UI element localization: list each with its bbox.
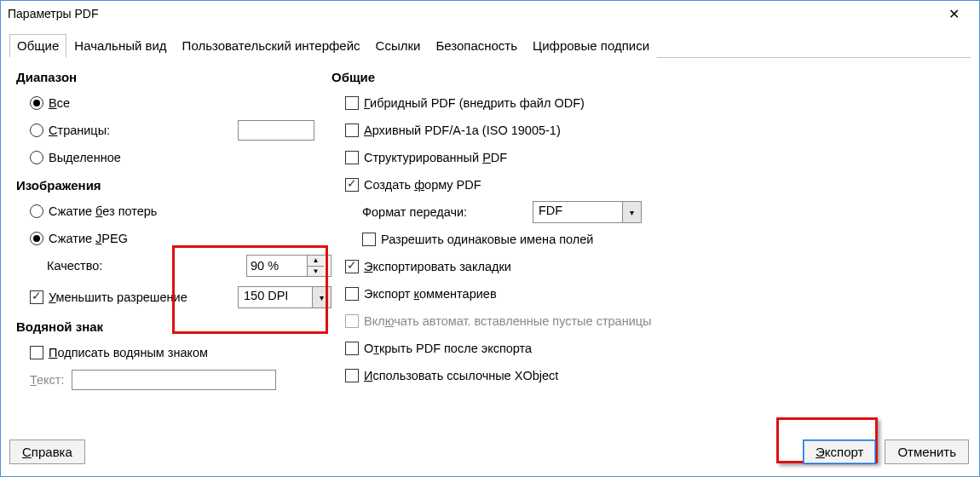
spinner-up-icon[interactable]: ▲	[308, 256, 324, 267]
dpi-value: 150 DPI	[239, 287, 312, 307]
ref-xobject-label: Использовать ссылочные XObject	[364, 369, 558, 382]
submit-format-label: Формат передачи:	[362, 205, 533, 219]
export-button[interactable]: Экспорт	[803, 440, 876, 464]
left-column: Диапазон Все Страницы: Выделенное Изобра…	[16, 66, 331, 394]
submit-format-combo[interactable]: FDF ▾	[533, 201, 642, 223]
range-pages-label: Страницы:	[49, 124, 110, 137]
tabbar: Общие Начальный вид Пользовательский инт…	[9, 33, 971, 58]
range-selection-row[interactable]: Выделенное	[16, 145, 331, 170]
view-after-label: Открыть PDF после экспорта	[364, 342, 532, 355]
jpeg-label: Сжатие JPEG	[49, 232, 128, 245]
tagged-row[interactable]: Структурированный PDF	[331, 145, 964, 170]
watermark-text-input[interactable]	[72, 370, 276, 390]
tagged-label: Структурированный PDF	[364, 151, 507, 164]
tab-links[interactable]: Ссылки	[368, 34, 429, 58]
checkbox-create-form[interactable]	[345, 178, 359, 192]
jpeg-row[interactable]: Сжатие JPEG	[16, 226, 331, 251]
checkbox-hybrid[interactable]	[345, 96, 359, 110]
cancel-button[interactable]: Отменить	[885, 440, 969, 464]
checkbox-sign-watermark[interactable]	[30, 346, 43, 359]
checkbox-ref-xobject[interactable]	[345, 369, 359, 382]
right-column: Общие Гибридный PDF (внедрить файл ODF) …	[331, 66, 964, 394]
content-area: Диапазон Все Страницы: Выделенное Изобра…	[1, 58, 979, 394]
create-form-label: Создать форму PDF	[364, 178, 481, 192]
lossless-label: Сжатие без потерь	[49, 204, 157, 218]
spinner-down-icon[interactable]: ▼	[308, 267, 324, 277]
tab-user-interface[interactable]: Пользовательский интерфейс	[175, 34, 368, 58]
watermark-text-row: Текст:	[16, 367, 331, 393]
archive-row[interactable]: Архивный PDF/A-1a (ISO 19005-1)	[331, 118, 964, 143]
view-after-row[interactable]: Открыть PDF после экспорта	[331, 336, 964, 361]
checkbox-dup-names[interactable]	[362, 233, 376, 246]
sign-watermark-label: Подписать водяным знаком	[49, 346, 208, 359]
range-pages-row[interactable]: Страницы:	[16, 118, 331, 143]
pdf-options-dialog: Параметры PDF ✕ Общие Начальный вид Поль…	[0, 0, 980, 477]
radio-lossless[interactable]	[30, 204, 43, 218]
chevron-down-icon[interactable]: ▾	[312, 287, 331, 307]
general-group-title: Общие	[331, 70, 964, 84]
watermark-text-label: Текст:	[30, 373, 65, 387]
archive-label: Архивный PDF/A-1a (ISO 19005-1)	[364, 124, 561, 137]
submit-format-value: FDF	[533, 202, 622, 222]
images-group-title: Изображения	[16, 178, 331, 193]
comments-row[interactable]: Экспорт комментариев	[331, 281, 964, 307]
range-all-label: Все	[49, 96, 70, 110]
quality-input[interactable]	[247, 256, 307, 276]
radio-pages[interactable]	[30, 124, 43, 137]
tab-security[interactable]: Безопасность	[428, 34, 525, 58]
radio-jpeg[interactable]	[30, 232, 43, 245]
auto-blank-row: Включать автомат. вставленные пустые стр…	[331, 308, 964, 334]
submit-format-row: Формат передачи: FDF ▾	[331, 199, 964, 225]
help-button[interactable]: Справка	[9, 440, 85, 464]
tab-signatures[interactable]: Цифровые подписи	[525, 34, 657, 58]
ref-xobject-row[interactable]: Использовать ссылочные XObject	[331, 363, 964, 388]
sign-watermark-row[interactable]: Подписать водяным знаком	[16, 340, 331, 365]
hybrid-label: Гибридный PDF (внедрить файл ODF)	[364, 96, 585, 110]
checkbox-bookmarks[interactable]	[345, 260, 359, 273]
dup-names-row[interactable]: Разрешить одинаковые имена полей	[331, 227, 964, 252]
dpi-combo[interactable]: 150 DPI ▾	[238, 286, 331, 308]
bookmarks-row[interactable]: Экспортировать закладки	[331, 254, 964, 279]
chevron-down-icon[interactable]: ▾	[622, 202, 641, 222]
comments-label: Экспорт комментариев	[364, 287, 497, 301]
radio-selection[interactable]	[30, 151, 43, 164]
checkbox-auto-blank	[345, 314, 359, 328]
radio-all[interactable]	[30, 96, 43, 110]
checkbox-tagged[interactable]	[345, 151, 359, 164]
close-icon[interactable]: ✕	[935, 1, 972, 26]
create-form-row[interactable]: Создать форму PDF	[331, 172, 964, 198]
reduce-res-label: Уменьшить разрешение	[49, 290, 238, 304]
bookmarks-label: Экспортировать закладки	[364, 260, 511, 273]
pages-input[interactable]	[238, 120, 314, 141]
checkbox-view-after[interactable]	[345, 342, 359, 355]
tab-initial-view[interactable]: Начальный вид	[66, 34, 174, 58]
range-all-row[interactable]: Все	[16, 90, 331, 116]
hybrid-row[interactable]: Гибридный PDF (внедрить файл ODF)	[331, 90, 964, 116]
checkbox-reduce-res[interactable]	[30, 290, 43, 304]
range-selection-label: Выделенное	[49, 151, 121, 164]
checkbox-comments[interactable]	[345, 287, 359, 301]
quality-spinner[interactable]: ▲ ▼	[246, 255, 331, 277]
dup-names-label: Разрешить одинаковые имена полей	[381, 233, 593, 246]
reduce-res-row[interactable]: Уменьшить разрешение 150 DPI ▾	[16, 284, 331, 310]
button-bar: Справка Экспорт Отменить	[9, 440, 969, 464]
auto-blank-label: Включать автомат. вставленные пустые стр…	[364, 314, 651, 328]
window-title: Параметры PDF	[8, 7, 935, 20]
quality-label: Качество:	[47, 259, 246, 273]
tab-general[interactable]: Общие	[9, 34, 66, 58]
lossless-row[interactable]: Сжатие без потерь	[16, 198, 331, 224]
checkbox-archive[interactable]	[345, 124, 359, 137]
quality-row: Качество: ▲ ▼	[16, 253, 331, 279]
titlebar: Параметры PDF ✕	[1, 1, 979, 26]
range-group-title: Диапазон	[16, 70, 331, 84]
watermark-group-title: Водяной знак	[16, 319, 331, 334]
